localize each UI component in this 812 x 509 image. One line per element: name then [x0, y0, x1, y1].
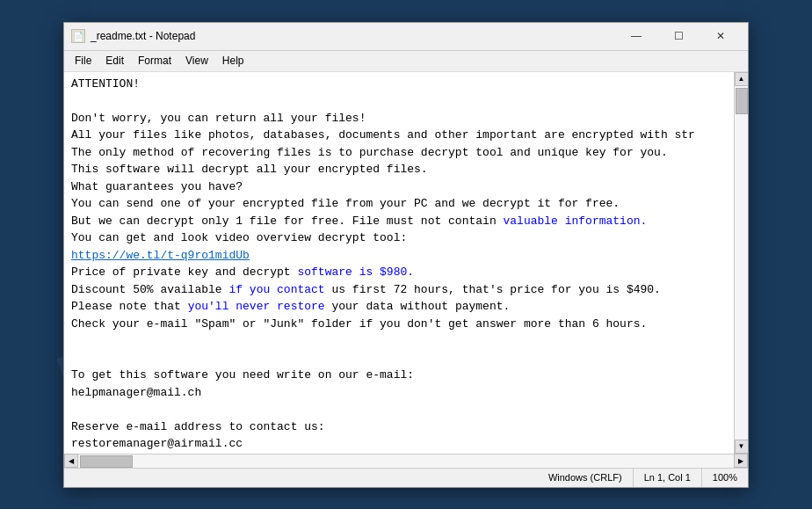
text-line-7: But we can decrypt only 1 file for free.…: [71, 215, 647, 228]
text-line-10: Price of private key and decrypt softwar…: [71, 265, 414, 279]
notepad-window: 📄 _readme.txt - Notepad — ☐ ✕ File Edit …: [63, 22, 749, 488]
text-line-12: Please note that you'll never restore yo…: [71, 300, 510, 313]
minimize-button[interactable]: —: [616, 25, 656, 47]
scroll-left-arrow[interactable]: ◀: [64, 454, 78, 468]
text-line-6: You can send one of your encrypted file …: [71, 197, 620, 210]
text-line-15: Reserve e-mail address to contact us:: [71, 420, 325, 433]
text-line-13: Check your e-mail "Spam" or "Junk" folde…: [71, 317, 647, 331]
title-controls: — ☐ ✕: [616, 25, 741, 47]
text-line-11: Discount 50% available if you contact us…: [71, 283, 661, 296]
scroll-track-v[interactable]: [735, 86, 748, 440]
text-line-14: To get this software you need write on o…: [71, 368, 414, 382]
window-title: _readme.txt - Notepad: [91, 30, 195, 42]
text-line-email2: restoremanager@airmail.cc: [71, 437, 243, 450]
text-line-email1: helpmanager@mail.ch: [71, 386, 201, 399]
status-position: Ln 1, Col 1: [634, 469, 702, 487]
text-content[interactable]: ATTENTION! Don't worry, you can return a…: [64, 72, 734, 454]
text-line-4: This software will decrypt all your encr…: [71, 163, 428, 176]
scroll-right-arrow[interactable]: ▶: [734, 454, 748, 468]
text-line-2: All your files like photos, databases, d…: [71, 128, 695, 142]
maximize-button[interactable]: ☐: [658, 25, 699, 47]
menu-view[interactable]: View: [178, 53, 215, 69]
scroll-thumb-h[interactable]: [80, 455, 133, 468]
title-bar-left: 📄 _readme.txt - Notepad: [71, 29, 195, 43]
vertical-scrollbar[interactable]: ▲ ▼: [734, 72, 748, 454]
menu-format[interactable]: Format: [131, 53, 178, 69]
text-line-3: The only method of recovering files is t…: [71, 146, 668, 159]
notepad-icon: 📄: [71, 29, 85, 43]
text-line-9: https://we.tl/t-q9ro1midUb: [71, 249, 250, 262]
menu-bar: File Edit Format View Help: [64, 51, 748, 72]
menu-edit[interactable]: Edit: [98, 53, 131, 69]
text-line-attention: ATTENTION!: [71, 77, 140, 91]
scroll-track-h[interactable]: [78, 454, 734, 468]
text-line-1: Don't worry, you can return all your fil…: [71, 112, 366, 125]
scroll-up-arrow[interactable]: ▲: [735, 72, 749, 86]
menu-file[interactable]: File: [68, 53, 98, 69]
horizontal-scrollbar[interactable]: ◀ ▶: [64, 454, 748, 468]
text-line-8: You can get and look video overview decr…: [71, 231, 407, 244]
title-bar: 📄 _readme.txt - Notepad — ☐ ✕: [64, 23, 748, 51]
scroll-down-arrow[interactable]: ▼: [735, 440, 749, 454]
status-encoding: Windows (CRLF): [538, 469, 634, 487]
scroll-thumb-v[interactable]: [736, 88, 748, 114]
text-area-wrapper: ATTENTION! Don't worry, you can return a…: [64, 72, 748, 454]
status-spacer-left: [64, 469, 538, 487]
text-line-5: What guarantees you have?: [71, 180, 243, 193]
status-zoom: 100%: [702, 469, 748, 487]
status-bar: Windows (CRLF) Ln 1, Col 1 100%: [64, 468, 748, 487]
menu-help[interactable]: Help: [215, 53, 251, 69]
close-button[interactable]: ✕: [700, 25, 741, 47]
